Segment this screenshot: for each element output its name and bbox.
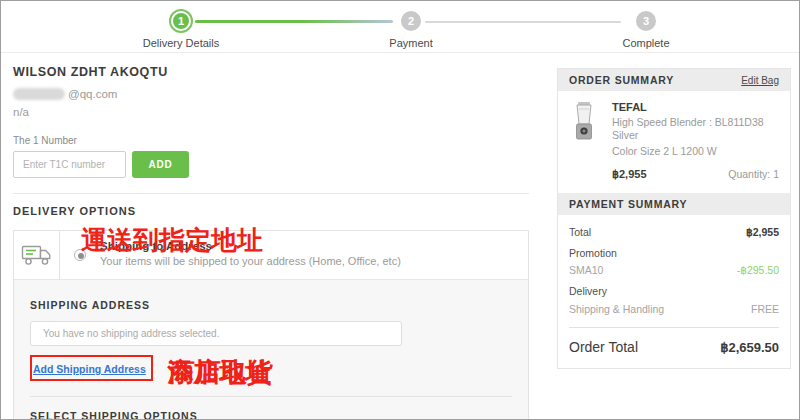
- t1c-number-label: The 1 Number: [13, 135, 529, 146]
- add-shipping-address-link[interactable]: Add Shipping Address: [33, 363, 146, 375]
- shipping-handling-row: Shipping & Handling FREE: [569, 303, 779, 315]
- step-1-label: Delivery Details: [143, 37, 219, 49]
- promotion-row: Promotion: [569, 247, 779, 259]
- stepper-connector-2: [425, 21, 621, 23]
- order-total-row: Order Total ฿2,659.50: [569, 339, 779, 355]
- shipping-address-empty-box[interactable]: You have no shipping address selected.: [30, 321, 402, 346]
- stepper-connector-1: [195, 20, 393, 23]
- step-2-number: 2: [408, 15, 414, 27]
- shipping-address-empty-text: You have no shipping address selected.: [43, 328, 219, 339]
- t1c-row: ADD: [13, 151, 529, 178]
- shipping-address-heading: SHIPPING ADDRESS: [30, 299, 512, 311]
- product-price-row: ฿2,955 Quantity: 1: [612, 168, 779, 181]
- shipping-handling-label: Shipping & Handling: [569, 303, 664, 315]
- product-variant: Color Size 2 L 1200 W: [612, 145, 779, 158]
- step-3-number: 3: [643, 15, 649, 27]
- promo-code-row: SMA10 -฿295.50: [569, 264, 779, 276]
- section-divider: [13, 193, 529, 194]
- total-value: ฿2,955: [746, 226, 779, 238]
- edit-bag-link[interactable]: Edit Bag: [741, 75, 779, 86]
- product-name: High Speed Blender : BL811D38 Silver: [612, 116, 779, 142]
- delivery-truck-icon: [14, 231, 60, 279]
- checkout-page: 1 Delivery Details 2 Payment 3 Complete …: [0, 0, 800, 420]
- step-3-circle: 3: [636, 11, 656, 31]
- promo-discount-value: -฿295.50: [737, 264, 779, 276]
- product-quantity: Quantity: 1: [728, 168, 779, 181]
- annotation-pickup-at-store: 商店取貨: [169, 359, 273, 385]
- checkout-progress-stepper: 1 Delivery Details 2 Payment 3 Complete: [1, 1, 799, 53]
- order-total-value: ฿2,659.50: [720, 340, 779, 355]
- order-total-label: Order Total: [569, 339, 638, 355]
- customer-phone: n/a: [13, 106, 529, 118]
- step-3-label: Complete: [622, 37, 669, 49]
- product-row: TEFAL High Speed Blender : BL811D38 Silv…: [558, 91, 790, 193]
- payment-summary-body: Total ฿2,955 Promotion SMA10 -฿295.50 De…: [558, 215, 790, 368]
- add-t1c-button[interactable]: ADD: [132, 151, 189, 178]
- total-label: Total: [569, 226, 591, 238]
- delivery-label: Delivery: [569, 285, 607, 297]
- delivery-options-heading: DELIVERY OPTIONS: [13, 205, 529, 217]
- step-2-circle: 2: [401, 11, 421, 31]
- shipping-option-box: Shipping to Address Your items will be s…: [13, 230, 529, 420]
- shipping-handling-value: FREE: [751, 303, 779, 315]
- select-shipping-options-heading: SELECT SHIPPING OPTIONS: [30, 410, 512, 420]
- payment-summary-title: PAYMENT SUMMARY: [569, 198, 687, 210]
- product-price: ฿2,955: [612, 168, 647, 181]
- annotation-shipping-to-address: 運送到指定地址: [81, 227, 263, 253]
- step-2-label: Payment: [389, 37, 432, 49]
- order-summary-header: ORDER SUMMARY Edit Bag: [558, 69, 790, 91]
- product-image-blender: [569, 101, 599, 181]
- customer-email-domain: @qq.com: [68, 88, 117, 100]
- step-1-circle: 1: [171, 11, 191, 31]
- shipping-option-description: Your items will be shipped to your addre…: [100, 255, 401, 267]
- customer-name: WILSON ZDHT AKOQTU: [13, 65, 529, 79]
- order-summary-sidebar: ORDER SUMMARY Edit Bag TEFAL High Speed …: [557, 68, 791, 369]
- promotion-label: Promotion: [569, 247, 617, 259]
- delivery-row: Delivery: [569, 285, 779, 297]
- total-row: Total ฿2,955: [569, 226, 779, 238]
- customer-email-row: @qq.com: [13, 88, 529, 100]
- step-1-number: 1: [178, 15, 184, 27]
- annotation-highlight-box: Add Shipping Address: [30, 355, 153, 381]
- payment-summary-header: PAYMENT SUMMARY: [558, 193, 790, 215]
- product-info: TEFAL High Speed Blender : BL811D38 Silv…: [612, 101, 779, 181]
- order-summary-title: ORDER SUMMARY: [569, 74, 674, 86]
- t1c-number-input[interactable]: [13, 151, 126, 178]
- payment-divider: [569, 327, 779, 328]
- shipping-address-section: SHIPPING ADDRESS You have no shipping ad…: [14, 279, 528, 420]
- redacted-email-username: [13, 88, 65, 100]
- shipping-section-divider: [30, 396, 512, 397]
- product-brand: TEFAL: [612, 101, 779, 113]
- promo-code: SMA10: [569, 264, 603, 276]
